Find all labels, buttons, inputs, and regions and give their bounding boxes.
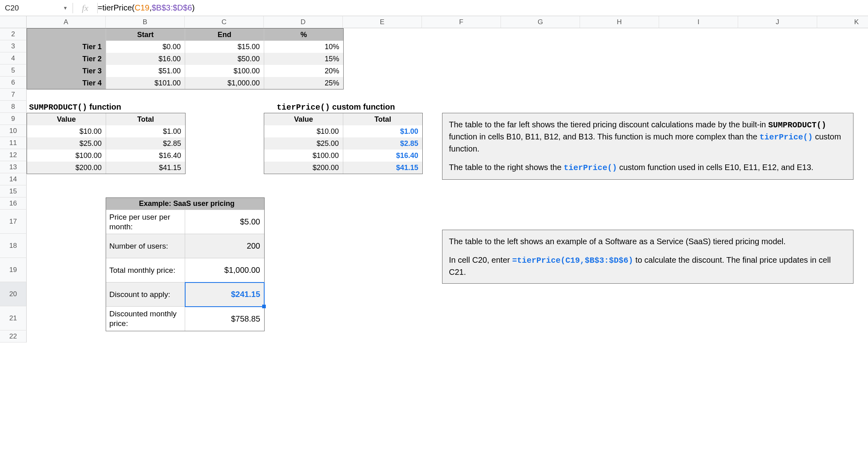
saas-table: Example: SaaS user pricing Price per use… — [106, 197, 265, 331]
tier-end[interactable]: $100.00 — [185, 65, 264, 77]
formula-part: ) — [192, 3, 195, 12]
info-text: In cell C20, enter =tierPrice(C19,$B$3:$… — [449, 254, 847, 278]
heading-mono: SUMPRODUCT() — [29, 103, 87, 112]
tier-start[interactable]: $16.00 — [106, 53, 185, 65]
col-header-D[interactable]: D — [264, 16, 343, 28]
row-header[interactable]: 17 — [0, 210, 27, 234]
formula-bar: C20 ▼ fx =tierPrice(C19,$B$3:$D$6) — [0, 0, 868, 16]
value-cell[interactable]: $200.00 — [27, 162, 106, 174]
saas-label[interactable]: Discounted monthly price: — [106, 307, 185, 331]
saas-value[interactable]: 200 — [185, 234, 264, 258]
value-cell[interactable]: $25.00 — [264, 137, 343, 150]
table-header[interactable]: Total — [106, 113, 185, 125]
tier-end[interactable]: $50.00 — [185, 53, 264, 65]
table-header[interactable]: Value — [27, 113, 106, 125]
select-all-corner[interactable] — [0, 16, 27, 28]
total-cell[interactable]: $2.85 — [106, 137, 185, 150]
col-header-C[interactable]: C — [185, 16, 264, 28]
tier-label[interactable]: Tier 1 — [27, 41, 106, 53]
row-header[interactable]: 2 — [0, 28, 27, 40]
saas-value[interactable]: $5.00 — [185, 210, 264, 234]
formula-arg1: C19 — [135, 3, 150, 12]
col-header-J[interactable]: J — [738, 16, 817, 28]
row-header[interactable]: 22 — [0, 330, 27, 343]
saas-value-selected[interactable]: $241.15 — [185, 282, 264, 307]
row-header[interactable]: 6 — [0, 77, 27, 89]
tier-pct[interactable]: 20% — [264, 65, 343, 77]
col-header-I[interactable]: I — [659, 16, 738, 28]
name-box-value: C20 — [5, 4, 19, 12]
value-cell[interactable]: $10.00 — [27, 125, 106, 137]
info-box-2: The table to the left shows an example o… — [442, 230, 853, 284]
info-text: The table to the right shows the tierPri… — [449, 162, 847, 174]
row-header[interactable]: 14 — [0, 173, 27, 185]
total-cell[interactable]: $2.85 — [343, 137, 422, 150]
col-header-F[interactable]: F — [422, 16, 501, 28]
row-header[interactable]: 8 — [0, 101, 27, 113]
total-cell[interactable]: $1.00 — [106, 125, 185, 137]
total-cell[interactable]: $16.40 — [343, 150, 422, 162]
value-cell[interactable]: $10.00 — [264, 125, 343, 137]
heading-text: custom function — [330, 102, 395, 111]
total-cell[interactable]: $1.00 — [343, 125, 422, 137]
tier-label[interactable]: Tier 2 — [27, 53, 106, 65]
saas-label[interactable]: Discount to apply: — [106, 282, 185, 307]
saas-title[interactable]: Example: SaaS user pricing — [106, 198, 264, 210]
saas-label[interactable]: Total monthly price: — [106, 258, 185, 282]
value-cell[interactable]: $25.00 — [27, 137, 106, 150]
row-header[interactable]: 15 — [0, 185, 27, 197]
row-header[interactable]: 21 — [0, 306, 27, 330]
row-header[interactable]: 19 — [0, 258, 27, 282]
col-header-H[interactable]: H — [580, 16, 659, 28]
sheet-grid[interactable]: A B C D E F G H I J K 2 3 4 5 6 7 8 9 10… — [0, 16, 868, 343]
value-cell[interactable]: $200.00 — [264, 162, 343, 174]
row-header[interactable]: 3 — [0, 40, 27, 52]
tier-start[interactable]: $101.00 — [106, 77, 185, 89]
tier-end[interactable]: $1,000.00 — [185, 77, 264, 89]
tier-table-header[interactable]: % — [264, 29, 343, 41]
row-header[interactable]: 12 — [0, 149, 27, 161]
value-cell[interactable]: $100.00 — [264, 150, 343, 162]
tier-pct[interactable]: 15% — [264, 53, 343, 65]
saas-value[interactable]: $1,000.00 — [185, 258, 264, 282]
row-header[interactable]: 13 — [0, 161, 27, 173]
sumproduct-table: Value Total $10.00$1.00 $25.00$2.85 $100… — [27, 113, 186, 174]
table-header[interactable]: Total — [343, 113, 422, 125]
tier-table-header[interactable]: Start — [106, 29, 185, 41]
col-header-K[interactable]: K — [817, 16, 868, 28]
name-box[interactable]: C20 ▼ — [0, 0, 73, 16]
total-cell[interactable]: $41.15 — [106, 162, 185, 174]
row-header[interactable]: 10 — [0, 125, 27, 137]
tier-table-corner[interactable] — [27, 29, 106, 41]
formula-input[interactable]: =tierPrice(C19,$B$3:$D$6) — [98, 0, 868, 16]
total-cell[interactable]: $41.15 — [343, 162, 422, 174]
row-header[interactable]: 9 — [0, 113, 27, 125]
row-header[interactable]: 5 — [0, 64, 27, 77]
saas-value[interactable]: $758.85 — [185, 307, 264, 331]
value-cell[interactable]: $100.00 — [27, 150, 106, 162]
tier-end[interactable]: $15.00 — [185, 41, 264, 53]
table-header[interactable]: Value — [264, 113, 343, 125]
row-header[interactable]: 11 — [0, 137, 27, 149]
tier-start[interactable]: $51.00 — [106, 65, 185, 77]
tier-label[interactable]: Tier 3 — [27, 65, 106, 77]
tier-pct[interactable]: 10% — [264, 41, 343, 53]
row-header[interactable]: 18 — [0, 234, 27, 258]
col-header-A[interactable]: A — [27, 16, 106, 28]
row-header[interactable]: 4 — [0, 52, 27, 64]
saas-label[interactable]: Number of users: — [106, 234, 185, 258]
row-header[interactable]: 20 — [0, 282, 27, 306]
tier-start[interactable]: $0.00 — [106, 41, 185, 53]
col-header-G[interactable]: G — [501, 16, 580, 28]
tier-table-header[interactable]: End — [185, 29, 264, 41]
row-header[interactable]: 7 — [0, 89, 27, 101]
total-cell[interactable]: $16.40 — [106, 150, 185, 162]
row-header[interactable]: 16 — [0, 197, 27, 210]
col-header-B[interactable]: B — [106, 16, 185, 28]
fx-icon[interactable]: fx — [73, 3, 97, 13]
tier-label[interactable]: Tier 4 — [27, 77, 106, 89]
saas-label[interactable]: Price per user per month: — [106, 210, 185, 234]
tier-pct[interactable]: 25% — [264, 77, 343, 89]
col-header-E[interactable]: E — [343, 16, 422, 28]
name-box-dropdown-icon[interactable]: ▼ — [63, 5, 68, 11]
